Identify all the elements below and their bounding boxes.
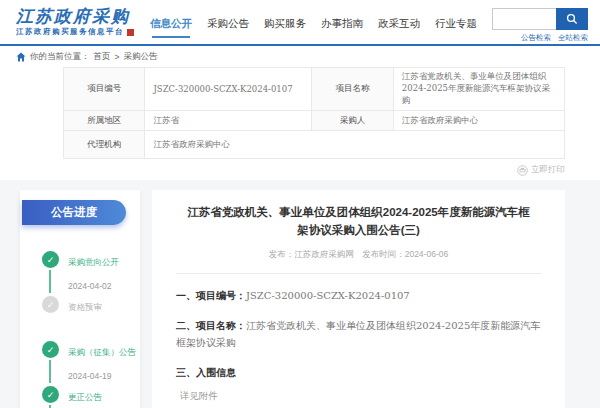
breadcrumb: 你的当前位置： 首页 > 采购公告 <box>0 46 600 67</box>
timeline-connector <box>49 270 51 293</box>
main-nav: 信息公开 采购公告 购买服务 办事指南 政采互动 行业专题 <box>150 17 477 31</box>
progress-step-correction: ✓ 更正公告 2024-04-22 <box>42 386 140 408</box>
nav-item-interaction[interactable]: 政采互动 <box>378 17 420 31</box>
search-icon <box>566 13 578 25</box>
breadcrumb-separator: > <box>115 52 120 62</box>
announcement-meta: 发布：江苏政府采购网 发布时间：2024-06-06 <box>176 249 541 261</box>
purchaser-label: 采购人 <box>312 111 393 131</box>
agency-value: 江苏省政府采购中心 <box>145 131 565 159</box>
project-name-value: 江苏省党政机关、事业单位及团体组织2024-2025年度新能源汽车框架协议采购 <box>393 68 564 111</box>
table-row: 项目编号 JSZC-320000-SCZX-K2024-0107 项目名称 江苏… <box>64 68 565 111</box>
region-value: 江苏省 <box>145 111 312 131</box>
step-label[interactable]: 更正公告 <box>68 392 102 402</box>
announcement-title: 江苏省党政机关、事业单位及团体组织2024-2025年度新能源汽车框架协议采购入… <box>176 204 541 240</box>
breadcrumb-prefix: 你的当前位置： <box>30 51 90 63</box>
timeline-connector <box>49 360 51 383</box>
section-label: 一、项目编号： <box>176 290 246 301</box>
progress-title-ribbon: 公告进度 <box>22 200 126 225</box>
notice-search-link[interactable]: 公告检索 <box>521 33 551 43</box>
project-name-label: 项目名称 <box>312 68 393 111</box>
search-area: 公告检索 全站检索 <box>492 8 588 43</box>
step-label: 资格预审 <box>68 302 102 312</box>
search-scope-links: 公告检索 全站检索 <box>521 33 588 43</box>
site-search-link[interactable]: 全站检索 <box>558 33 588 43</box>
announcement-article: 江苏省党政机关、事业单位及团体组织2024-2025年度新能源汽车框架协议采购入… <box>152 190 565 408</box>
step-date: 2024-04-19 <box>68 371 140 381</box>
check-icon: ✓ <box>42 251 59 268</box>
section-project-number: 一、项目编号：JSZC-320000-SCZX-K2024-0107 <box>176 287 541 304</box>
region-label: 所属地区 <box>64 111 145 131</box>
progress-timeline: ✓ 采购意向公开 2024-04-02 ✓ 资格预审 ✓ 采购（征集）公告 20… <box>42 251 140 408</box>
progress-step-prequalification: ✓ 资格预审 <box>42 296 140 341</box>
section-project-name: 二、项目名称：江苏省党政机关、事业单位及团体组织2024-2025年度新能源汽车… <box>176 317 541 351</box>
section-label: 二、项目名称： <box>176 320 246 331</box>
print-icon <box>517 165 528 176</box>
site-logo[interactable]: 江苏政府采购 江苏政府购买服务信息平台 <box>16 8 134 36</box>
table-row: 所属地区 江苏省 采购人 江苏省政府采购中心 <box>64 111 565 131</box>
print-row: 立即打印 <box>0 164 565 176</box>
site-header: 江苏政府采购 江苏政府购买服务信息平台 信息公开 采购公告 购买服务 办事指南 … <box>0 0 600 46</box>
project-number-label: 项目编号 <box>64 68 145 111</box>
project-info-table: 项目编号 JSZC-320000-SCZX-K2024-0107 项目名称 江苏… <box>63 67 565 159</box>
publisher: 发布：江苏政府采购网 <box>269 249 354 259</box>
progress-sidebar: 公告进度 ✓ 采购意向公开 2024-04-02 ✓ 资格预审 ✓ 采购（征集）… <box>20 190 140 408</box>
search-button[interactable] <box>556 8 588 30</box>
table-row: 代理机构 江苏省政府采购中心 <box>64 131 565 159</box>
project-number-value: JSZC-320000-SCZX-K2024-0107 <box>145 68 312 111</box>
breadcrumb-current[interactable]: 采购公告 <box>123 51 157 63</box>
section-shortlist-info: 三、入围信息 <box>176 364 541 381</box>
breadcrumb-home-link[interactable]: 首页 <box>94 51 111 63</box>
nav-item-service-guide[interactable]: 办事指南 <box>321 17 363 31</box>
content-area: 公告进度 ✓ 采购意向公开 2024-04-02 ✓ 资格预审 ✓ 采购（征集）… <box>0 180 600 408</box>
check-icon: ✓ <box>42 386 59 403</box>
agency-label: 代理机构 <box>64 131 145 159</box>
purchaser-value: 江苏省政府采购中心 <box>393 111 564 131</box>
nav-item-procurement-notice[interactable]: 采购公告 <box>207 17 249 31</box>
nav-item-info-disclosure[interactable]: 信息公开 <box>150 17 192 31</box>
progress-step-intent: ✓ 采购意向公开 2024-04-02 <box>42 251 140 296</box>
search-input[interactable] <box>492 8 556 30</box>
home-icon <box>16 52 26 62</box>
divider <box>176 273 541 274</box>
nav-item-purchase-service[interactable]: 购买服务 <box>264 17 306 31</box>
step-date: 2024-04-02 <box>68 281 140 291</box>
progress-step-solicitation: ✓ 采购（征集）公告 2024-04-19 <box>42 341 140 386</box>
publish-time: 发布时间：2024-06-06 <box>362 249 448 259</box>
check-icon: ✓ <box>42 341 59 358</box>
step-label[interactable]: 采购意向公开 <box>68 257 119 267</box>
attachment-note: 详见附件 <box>180 390 541 403</box>
section-label: 三、入围信息 <box>176 367 236 378</box>
logo-calligraphy-text: 江苏政府采购 <box>16 8 134 25</box>
nav-item-industry-topics[interactable]: 行业专题 <box>435 17 477 31</box>
red-seal-icon <box>127 29 134 36</box>
section-value: JSZC-320000-SCZX-K2024-0107 <box>246 290 410 301</box>
logo-subtitle: 江苏政府购买服务信息平台 <box>16 28 134 36</box>
check-icon: ✓ <box>42 296 59 313</box>
step-label[interactable]: 采购（征集）公告 <box>68 347 136 357</box>
print-link[interactable]: 立即打印 <box>531 164 565 176</box>
